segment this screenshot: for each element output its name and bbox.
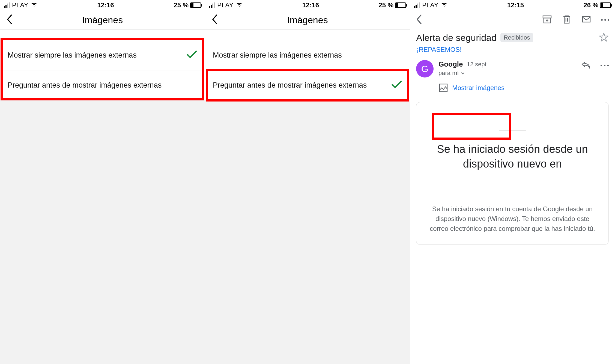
option-label: Mostrar siempre las imágenes externas bbox=[8, 51, 137, 59]
option-always-show[interactable]: Mostrar siempre las imágenes externas bbox=[0, 40, 205, 70]
sender-date: 12 sept bbox=[467, 61, 486, 68]
email-subject: Alerta de seguridad bbox=[416, 32, 497, 43]
recipient-dropdown[interactable]: para mí bbox=[438, 70, 576, 77]
sender-row: G Google 12 sept para mí bbox=[410, 58, 615, 80]
sender-name: Google bbox=[438, 60, 463, 68]
battery-percent: 26 % bbox=[583, 1, 598, 9]
page-title: Imágenes bbox=[82, 15, 123, 25]
cellular-signal-icon bbox=[209, 2, 215, 8]
subject-row: Alerta de seguridad Recibidos bbox=[410, 29, 615, 43]
status-time: 12:16 bbox=[302, 1, 319, 9]
image-placeholder bbox=[499, 116, 526, 131]
carrier-label: PLAY bbox=[217, 1, 234, 9]
mail-icon[interactable] bbox=[581, 14, 591, 25]
screen-settings-option-b: PLAY 12:16 25 % Imágenes Mostrar siempre… bbox=[205, 0, 410, 364]
recipient-label: para mí bbox=[438, 70, 459, 77]
header-divider bbox=[205, 29, 410, 30]
option-ask-before[interactable]: Preguntar antes de mostrar imágenes exte… bbox=[205, 70, 410, 100]
carrier-label: PLAY bbox=[422, 1, 438, 9]
option-label: Mostrar siempre las imágenes externas bbox=[213, 51, 342, 59]
battery-percent: 25 % bbox=[378, 1, 393, 9]
email-body-card: Se ha iniciado sesión desde un dispositi… bbox=[416, 102, 609, 245]
screen-settings-option-a: PLAY 12:16 25 % Imágenes Mostrar siempre… bbox=[0, 0, 205, 364]
email-paragraph: Se ha iniciado sesión en tu cuenta de Go… bbox=[425, 204, 600, 234]
battery-icon bbox=[600, 2, 611, 8]
option-always-show[interactable]: Mostrar siempre las imágenes externas bbox=[205, 40, 410, 70]
avatar[interactable]: G bbox=[416, 60, 434, 77]
gmail-toolbar bbox=[410, 10, 615, 29]
status-bar: PLAY 12:16 25 % bbox=[0, 0, 205, 10]
battery-icon bbox=[395, 2, 406, 8]
settings-header: Imágenes bbox=[205, 10, 410, 29]
cellular-signal-icon bbox=[4, 2, 10, 8]
email-heading: Se ha iniciado sesión desde un dispositi… bbox=[425, 142, 600, 171]
more-icon[interactable] bbox=[601, 19, 609, 21]
settings-header: Imágenes bbox=[0, 10, 205, 29]
wifi-icon bbox=[31, 1, 38, 9]
trash-icon[interactable] bbox=[562, 14, 572, 25]
more-icon[interactable] bbox=[601, 65, 609, 66]
option-ask-before[interactable]: Preguntar antes de mostrar imágenes exte… bbox=[0, 70, 205, 100]
header-divider bbox=[0, 29, 205, 30]
carrier-label: PLAY bbox=[12, 1, 28, 9]
option-label: Preguntar antes de mostrar imágenes exte… bbox=[213, 81, 367, 89]
show-images-button[interactable]: Mostrar imágenes bbox=[438, 80, 615, 97]
check-icon bbox=[186, 50, 197, 60]
option-label: Preguntar antes de mostrar imágenes exte… bbox=[8, 81, 162, 89]
wifi-icon bbox=[441, 1, 448, 9]
cellular-signal-icon bbox=[414, 2, 420, 8]
status-time: 12:15 bbox=[507, 1, 524, 9]
image-icon bbox=[438, 83, 448, 93]
reply-icon[interactable] bbox=[581, 60, 591, 71]
show-images-label: Mostrar imágenes bbox=[452, 84, 504, 92]
check-icon bbox=[391, 80, 402, 90]
section-divider bbox=[425, 196, 600, 196]
svg-rect-2 bbox=[583, 17, 590, 22]
status-time: 12:16 bbox=[97, 1, 114, 9]
page-title: Imágenes bbox=[287, 15, 328, 25]
status-bar: PLAY 12:15 26 % bbox=[410, 0, 615, 10]
back-button[interactable] bbox=[6, 14, 13, 25]
top-link[interactable]: ¡REPASEMOS! bbox=[417, 46, 462, 53]
status-bar: PLAY 12:16 25 % bbox=[205, 0, 410, 10]
battery-icon bbox=[190, 2, 201, 8]
wifi-icon bbox=[236, 1, 243, 9]
screen-gmail-message: PLAY 12:15 26 % bbox=[410, 0, 615, 364]
star-icon[interactable] bbox=[599, 32, 609, 43]
label-chip[interactable]: Recibidos bbox=[500, 33, 533, 42]
back-button[interactable] bbox=[211, 14, 218, 25]
back-button[interactable] bbox=[416, 14, 423, 25]
battery-percent: 25 % bbox=[174, 1, 189, 9]
archive-icon[interactable] bbox=[542, 14, 552, 25]
chevron-down-icon bbox=[461, 71, 465, 75]
